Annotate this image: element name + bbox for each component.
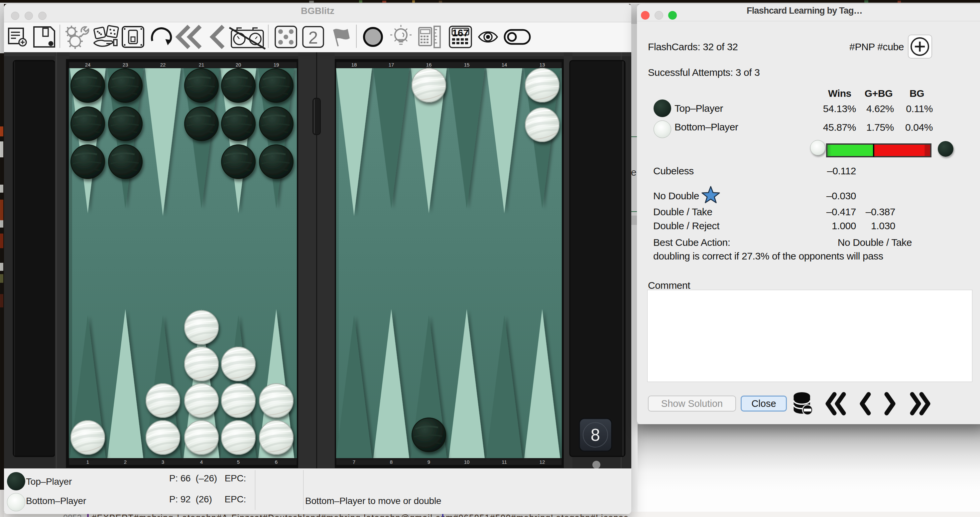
svg-text:10: 10 bbox=[464, 459, 470, 465]
svg-text:22: 22 bbox=[160, 62, 166, 67]
svg-text:3: 3 bbox=[162, 459, 164, 465]
svg-text:5: 5 bbox=[237, 459, 240, 465]
svg-text:23: 23 bbox=[123, 62, 128, 67]
svg-text:1: 1 bbox=[86, 459, 89, 465]
svg-text:12: 12 bbox=[539, 459, 545, 465]
svg-text:2: 2 bbox=[124, 459, 127, 465]
svg-text:167: 167 bbox=[452, 27, 469, 38]
svg-text:9: 9 bbox=[428, 459, 430, 465]
svg-text:24: 24 bbox=[85, 62, 91, 67]
svg-text:16: 16 bbox=[426, 62, 432, 67]
svg-text:13: 13 bbox=[539, 62, 545, 67]
svg-text:21: 21 bbox=[199, 62, 204, 67]
svg-text:17: 17 bbox=[388, 62, 394, 67]
svg-text:8: 8 bbox=[390, 459, 393, 465]
svg-text:15: 15 bbox=[464, 62, 470, 67]
svg-text:18: 18 bbox=[352, 62, 357, 67]
svg-text:20: 20 bbox=[236, 62, 241, 67]
svg-text:4: 4 bbox=[200, 459, 203, 465]
svg-text:14: 14 bbox=[502, 62, 507, 67]
svg-text:2: 2 bbox=[309, 28, 318, 47]
svg-text:7: 7 bbox=[353, 459, 355, 465]
svg-text:6: 6 bbox=[275, 459, 278, 465]
svg-text:8: 8 bbox=[591, 426, 600, 444]
svg-text:11: 11 bbox=[502, 459, 507, 465]
svg-text:19: 19 bbox=[274, 62, 279, 67]
